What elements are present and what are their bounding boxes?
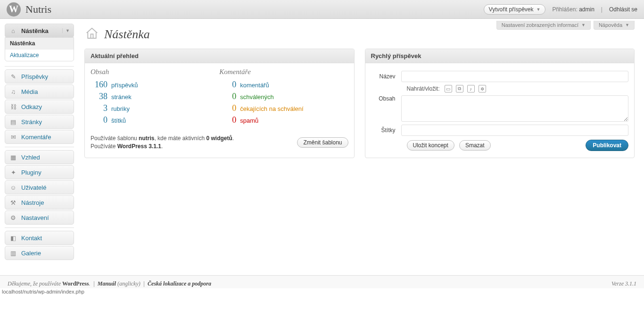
page-icon: ▤ bbox=[9, 118, 17, 126]
upload-video-icon[interactable]: ⧉ bbox=[456, 85, 463, 92]
menu-dashboard-submenu: Nástěnka Aktualizace bbox=[5, 37, 74, 61]
right-now-widget: Aktuální přehled Obsah 160 příspěvků 38 bbox=[84, 49, 355, 158]
submenu-dashboard[interactable]: Nástěnka bbox=[5, 38, 74, 50]
label-tags: Štítky bbox=[371, 127, 401, 134]
reset-button[interactable]: Smazat bbox=[459, 140, 491, 151]
menu-kontakt[interactable]: ◧ Kontakt bbox=[5, 231, 74, 245]
localization-link[interactable]: Česká lokalizace a podpora bbox=[148, 280, 211, 287]
admin-menu: ⌂ Nástěnka ▼ Nástěnka Aktualizace ✎ Přís… bbox=[0, 19, 78, 275]
upload-media-icon[interactable]: ✲ bbox=[479, 85, 486, 92]
tools-icon: ⚒ bbox=[9, 199, 17, 206]
comment-icon: ✉ bbox=[9, 133, 17, 141]
howdy-text: Přihlášen: admin bbox=[552, 6, 594, 13]
quickpress-title-input[interactable] bbox=[401, 71, 629, 82]
menu-separator bbox=[5, 227, 74, 228]
stat-pages: 38 stránek bbox=[91, 92, 219, 101]
help-tab[interactable]: Nápověda ▼ bbox=[594, 21, 635, 30]
stat-posts: 160 příspěvků bbox=[91, 80, 219, 90]
screen-meta-links: Nastavení zobrazených informací ▼ Nápově… bbox=[496, 21, 635, 30]
label-content: Obsah bbox=[371, 95, 401, 102]
stat-comments-total: 0 komentářů bbox=[219, 80, 348, 90]
house-icon bbox=[84, 26, 99, 42]
upload-audio-icon[interactable]: ♪ bbox=[467, 85, 475, 92]
site-title-link[interactable]: Nutris bbox=[25, 3, 51, 16]
widget-title: Aktuální přehled bbox=[85, 49, 354, 63]
theme-line: Používáte šablonu nutris, kde máte aktiv… bbox=[91, 135, 234, 142]
discussion-heading: Komentáře bbox=[219, 68, 348, 76]
admin-footer: Děkujeme, že používáte WordPress. | Manu… bbox=[0, 275, 644, 288]
label-upload: Nahrát/vložit: bbox=[407, 85, 440, 92]
manual-link[interactable]: Manuál bbox=[98, 280, 116, 287]
submenu-updates[interactable]: Aktualizace bbox=[5, 50, 74, 61]
page-title: Nástěnka bbox=[104, 27, 150, 42]
contact-icon: ◧ bbox=[9, 234, 17, 242]
wp-version-line: Používáte WordPress 3.1.1. bbox=[91, 143, 234, 150]
version-text: Verze 3.1.1 bbox=[611, 280, 636, 287]
menu-comments[interactable]: ✉ Komentáře bbox=[5, 130, 74, 144]
users-icon: ☺ bbox=[9, 184, 17, 191]
pin-icon: ✎ bbox=[9, 73, 17, 80]
quickpress-content-input[interactable] bbox=[401, 95, 629, 122]
settings-icon: ⚙ bbox=[9, 214, 17, 221]
stat-categories: 3 rubriky bbox=[91, 103, 219, 113]
quickpress-tags-input[interactable] bbox=[401, 125, 629, 136]
stat-tags: 0 štítků bbox=[91, 115, 219, 125]
link-icon: ⛓ bbox=[9, 103, 17, 110]
content-heading: Obsah bbox=[91, 68, 219, 76]
change-theme-button[interactable]: Změnit šablonu bbox=[297, 137, 348, 148]
quickpress-widget: Rychlý příspěvek Název Nahrát/vložit: ▭ … bbox=[365, 49, 635, 158]
svg-rect-0 bbox=[91, 34, 93, 38]
menu-media[interactable]: ♫ Média bbox=[5, 84, 74, 99]
menu-galerie[interactable]: ▥ Galerie bbox=[5, 246, 74, 260]
chevron-down-icon: ▼ bbox=[537, 7, 541, 12]
menu-pages[interactable]: ▤ Stránky bbox=[5, 115, 74, 129]
label-title: Název bbox=[371, 73, 401, 80]
wordpress-link[interactable]: WordPress bbox=[62, 280, 89, 287]
menu-posts[interactable]: ✎ Příspěvky bbox=[5, 69, 74, 84]
media-icon: ♫ bbox=[9, 88, 17, 95]
gallery-icon: ▥ bbox=[9, 249, 17, 257]
menu-dashboard[interactable]: ⌂ Nástěnka ▼ bbox=[5, 24, 74, 38]
plugin-icon: ✦ bbox=[9, 168, 17, 176]
chevron-down-icon: ▼ bbox=[581, 23, 586, 27]
menu-separator bbox=[5, 66, 74, 67]
house-icon: ⌂ bbox=[9, 27, 17, 34]
wordpress-logo-icon[interactable]: W bbox=[7, 2, 21, 17]
new-post-button[interactable]: Vytvořit příspěvek ▼ bbox=[484, 4, 546, 15]
publish-button[interactable]: Publikovat bbox=[586, 140, 628, 151]
chevron-down-icon[interactable]: ▼ bbox=[62, 28, 70, 33]
save-draft-button[interactable]: Uložit koncept bbox=[407, 140, 454, 151]
appearance-icon: ▦ bbox=[9, 153, 17, 161]
menu-settings[interactable]: ⚙ Nastavení bbox=[5, 210, 74, 225]
chevron-down-icon: ▼ bbox=[625, 23, 629, 27]
upload-image-icon[interactable]: ▭ bbox=[445, 85, 452, 92]
widget-title: Rychlý příspěvek bbox=[365, 49, 635, 63]
stat-comments-spam: 0 spamů bbox=[219, 115, 348, 125]
browser-status-bar: localhost/nutris/wp-admin/index.php bbox=[0, 288, 644, 295]
menu-tools[interactable]: ⚒ Nástroje bbox=[5, 195, 74, 210]
screen-options-tab[interactable]: Nastavení zobrazených informací ▼ bbox=[496, 21, 591, 30]
menu-users[interactable]: ☺ Uživatelé bbox=[5, 180, 74, 194]
widgets-link[interactable]: 0 widgetů bbox=[206, 135, 232, 142]
menu-plugins[interactable]: ✦ Pluginy bbox=[5, 165, 74, 179]
menu-separator bbox=[5, 147, 74, 147]
logout-link[interactable]: Odhlásit se bbox=[609, 6, 637, 13]
stat-comments-approved: 0 schválených bbox=[219, 92, 348, 101]
admin-toolbar: W Nutris Vytvořit příspěvek ▼ Přihlášen:… bbox=[0, 0, 644, 19]
menu-appearance[interactable]: ▦ Vzhled bbox=[5, 150, 74, 164]
main-content: Nastavení zobrazených informací ▼ Nápově… bbox=[78, 19, 644, 275]
stat-comments-pending: 0 čekajících na schválení bbox=[219, 103, 348, 113]
current-user-link[interactable]: admin bbox=[579, 6, 594, 13]
menu-links[interactable]: ⛓ Odkazy bbox=[5, 100, 74, 114]
